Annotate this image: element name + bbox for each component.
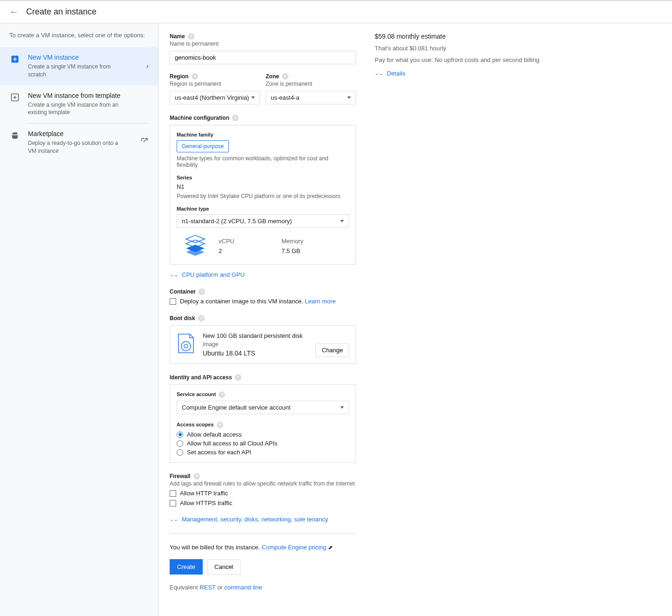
cancel-button[interactable]: Cancel [207, 559, 240, 575]
sidebar-item-marketplace[interactable]: Marketplace Deploy a ready-to-go solutio… [0, 123, 158, 162]
help-icon[interactable]: ? [232, 115, 239, 121]
boot-disk-title: New 100 GB standard persistent disk [203, 332, 315, 339]
vcpu-value: 2 [219, 247, 281, 254]
machine-config-label: Machine configuration? [170, 115, 356, 121]
sidebar-item-template[interactable]: New VM instance from template Create a s… [0, 85, 158, 123]
estimate-payg: Pay for what you use: No upfront costs a… [375, 56, 539, 63]
http-label: Allow HTTP traffic [180, 490, 228, 497]
family-hint: Machine types for common workloads, opti… [177, 155, 349, 168]
sidebar-item-title: Marketplace [28, 130, 140, 137]
scope-label: Allow default access [187, 431, 242, 438]
region-label: Region? [170, 73, 198, 80]
help-icon[interactable]: ? [217, 422, 223, 428]
series-value: N1 [177, 183, 349, 190]
identity-label: Identity and API access? [170, 374, 356, 381]
service-account-select[interactable]: Compute Engine default service account [177, 401, 349, 414]
zone-select[interactable]: us-east4-a [266, 91, 356, 104]
scope-radio-default[interactable] [177, 431, 183, 438]
name-hint: Name is permanent [170, 41, 356, 47]
firewall-label: Firewall? [170, 473, 356, 479]
back-arrow-icon[interactable]: ← [9, 7, 19, 17]
help-icon[interactable]: ? [192, 73, 198, 80]
container-label: Container? [170, 288, 356, 295]
identity-panel: Service account? Compute Engine default … [170, 384, 356, 463]
details-expand[interactable]: ⌄⌄Details [375, 70, 405, 77]
sidebar-item-new-vm[interactable]: New VM instance Create a single VM insta… [0, 47, 158, 85]
https-checkbox[interactable] [170, 500, 176, 506]
expand-icon: ⌄⌄ [170, 516, 178, 522]
help-icon[interactable]: ? [235, 374, 241, 381]
region-select[interactable]: us-east4 (Northern Virginia) [170, 91, 260, 104]
family-chip[interactable]: General-purpose [177, 140, 229, 152]
scope-radio-each[interactable] [177, 449, 183, 456]
estimate-hourly: That's about $0.081 hourly [375, 45, 539, 52]
cpu-gpu-expand[interactable]: ⌄⌄CPU platform and GPU [170, 271, 245, 278]
stack-icon [181, 234, 209, 258]
region-hint: Region is permanent [170, 81, 260, 87]
expand-icon: ⌄⌄ [170, 272, 178, 278]
page-title: Create an instance [26, 7, 96, 17]
estimate-panel: $59.08 monthly estimate That's about $0.… [375, 33, 539, 610]
family-label: Machine family [177, 132, 349, 137]
scope-label: Allow full access to all Cloud APIs [187, 440, 277, 447]
help-icon[interactable]: ? [219, 391, 225, 398]
sidebar-item-title: New VM instance from template [28, 92, 149, 99]
zone-label: Zone? [266, 73, 288, 80]
scope-label: Set access for each API [187, 449, 251, 456]
sidebar-intro: To create a VM instance, select one of t… [0, 23, 158, 47]
series-label: Series [177, 175, 349, 180]
plus-outline-icon [9, 92, 21, 103]
disk-icon [177, 332, 195, 355]
firewall-hint: Add tags and firewall rules to allow spe… [170, 480, 356, 487]
sidebar-item-title: New VM instance [28, 54, 146, 61]
svg-point-2 [181, 342, 191, 351]
caret-down-icon [251, 96, 255, 99]
https-label: Allow HTTPS traffic [180, 500, 232, 506]
external-link-icon: ⬈ [328, 544, 333, 551]
name-input[interactable] [170, 51, 356, 64]
caret-down-icon [340, 406, 344, 409]
sidebar-item-desc: Create a single VM instance from an exis… [28, 101, 121, 117]
http-checkbox[interactable] [170, 490, 176, 497]
boot-disk-panel: New 100 GB standard persistent disk Imag… [170, 325, 356, 364]
boot-disk-os: Ubuntu 18.04 LTS [203, 349, 315, 357]
expand-icon: ⌄⌄ [375, 70, 383, 76]
caret-down-icon [347, 96, 351, 99]
help-icon[interactable]: ? [198, 315, 205, 322]
management-expand[interactable]: ⌄⌄Management, security, disks, networkin… [170, 516, 328, 523]
memory-value: 7.5 GB [281, 247, 344, 254]
pricing-link[interactable]: Compute Engine pricing [262, 544, 327, 551]
name-label: Name? [170, 33, 194, 40]
machine-type-label: Machine type [177, 206, 349, 212]
sidebar-item-desc: Create a single VM instance from scratch [28, 63, 121, 79]
rest-link[interactable]: REST [199, 584, 215, 591]
equivalent-text: Equivalent REST or command line [170, 584, 356, 591]
help-icon[interactable]: ? [188, 33, 194, 40]
series-hint: Powered by Intel Skylake CPU platform or… [177, 193, 349, 199]
sidebar: To create a VM instance, select one of t… [0, 23, 158, 616]
zone-hint: Zone is permanent [266, 81, 356, 87]
cmdline-link[interactable]: command line [225, 584, 262, 591]
boot-disk-label: Boot disk? [170, 315, 356, 322]
machine-type-select[interactable]: n1-standard-2 (2 vCPU, 7.5 GB memory) [177, 214, 349, 228]
machine-config-panel: Machine family General-purpose Machine t… [170, 125, 356, 265]
svg-point-3 [184, 344, 188, 348]
estimate-title: $59.08 monthly estimate [375, 33, 539, 40]
help-icon[interactable]: ? [282, 73, 288, 80]
container-checkbox[interactable] [170, 298, 176, 305]
plus-box-icon [9, 54, 21, 65]
change-button[interactable]: Change [315, 343, 349, 357]
scopes-label: Access scopes? [177, 422, 349, 428]
learn-more-link[interactable]: Learn more [305, 298, 336, 305]
scope-radio-full[interactable] [177, 440, 183, 447]
help-icon[interactable]: ? [199, 288, 205, 295]
boot-disk-image-label: Image [203, 341, 315, 348]
basket-icon [9, 130, 21, 141]
sidebar-item-desc: Deploy a ready-to-go solution onto a VM … [28, 139, 121, 155]
create-button[interactable]: Create [170, 559, 203, 575]
memory-label: Memory [281, 238, 344, 245]
container-text: Deploy a container image to this VM inst… [180, 298, 336, 305]
help-icon[interactable]: ? [193, 473, 200, 479]
billing-text: You will be billed for this instance. Co… [170, 544, 356, 551]
service-account-label: Service account? [177, 391, 349, 398]
